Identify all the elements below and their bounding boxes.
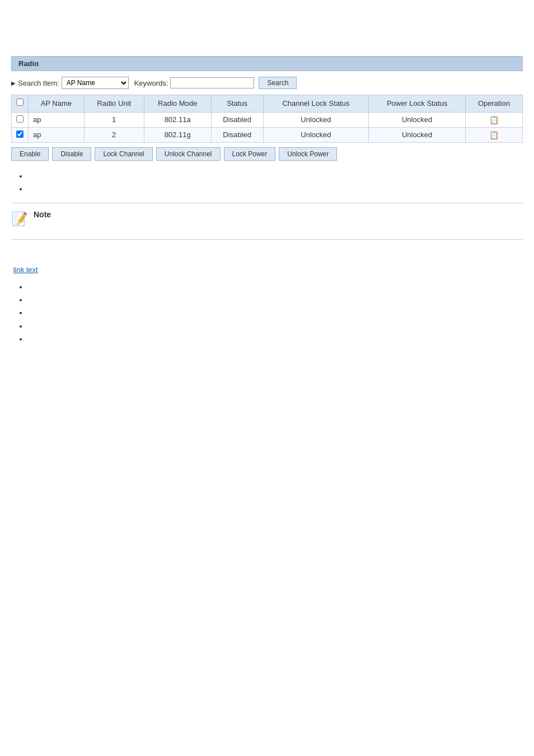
action-buttons-container: Enable Disable Lock Channel Unlock Chann… bbox=[11, 147, 523, 161]
body-link[interactable]: link text bbox=[13, 265, 38, 274]
table-row: ap2802.11gDisabledUnlockedUnlocked📋 bbox=[12, 127, 523, 142]
lock-power-button[interactable]: Lock Power bbox=[224, 147, 276, 161]
section-header: Radio bbox=[11, 56, 523, 71]
list-item bbox=[28, 333, 523, 346]
cell-apname: ap bbox=[29, 112, 85, 127]
section-title: Radio bbox=[18, 59, 39, 68]
search-bar: ▶ Search Item: AP Name Radio Unit Radio … bbox=[11, 77, 523, 89]
col-header-radiomode: Radio Mode bbox=[144, 95, 211, 113]
cell-operation: 📋 bbox=[465, 127, 522, 142]
cell-channel-lock-status: Unlocked bbox=[263, 127, 369, 142]
search-item-select[interactable]: AP Name Radio Unit Radio Mode Status bbox=[62, 77, 129, 89]
cell-operation: 📋 bbox=[465, 112, 522, 127]
list-item bbox=[28, 281, 523, 293]
list-item bbox=[28, 320, 523, 333]
copy-icon[interactable]: 📋 bbox=[489, 130, 499, 139]
enable-button[interactable]: Enable bbox=[11, 147, 49, 161]
col-header-checkbox bbox=[12, 95, 29, 113]
bullet-list-1 bbox=[28, 170, 523, 196]
col-header-radiounit: Radio Unit bbox=[84, 95, 144, 113]
note-text bbox=[34, 221, 51, 233]
divider-2 bbox=[11, 239, 523, 240]
body-text-2: link text bbox=[11, 264, 523, 276]
body-text-1 bbox=[11, 246, 523, 259]
cell-radiomode: 802.11g bbox=[144, 127, 211, 142]
keywords-label: Keywords: bbox=[134, 79, 168, 87]
list-item bbox=[28, 183, 523, 195]
col-header-apname: AP Name bbox=[29, 95, 85, 113]
search-item-label: Search Item: bbox=[18, 79, 59, 87]
page-container: Radio ▶ Search Item: AP Name Radio Unit … bbox=[11, 56, 523, 346]
select-all-checkbox[interactable] bbox=[16, 99, 24, 106]
lock-channel-button[interactable]: Lock Channel bbox=[95, 147, 152, 161]
col-header-channellock: Channel Lock Status bbox=[263, 95, 369, 113]
keywords-input[interactable] bbox=[170, 77, 254, 88]
unlock-channel-button[interactable]: Unlock Channel bbox=[156, 147, 221, 161]
cell-status: Disabled bbox=[211, 112, 263, 127]
cell-power-lock-status: Unlocked bbox=[369, 127, 466, 142]
col-header-status: Status bbox=[211, 95, 263, 113]
cell-status: Disabled bbox=[211, 127, 263, 142]
bullet-list-2 bbox=[28, 281, 523, 346]
table-row: ap1802.11aDisabledUnlockedUnlocked📋 bbox=[12, 112, 523, 127]
list-item bbox=[28, 170, 523, 183]
cell-radiounit: 1 bbox=[84, 112, 144, 127]
copy-icon[interactable]: 📋 bbox=[489, 115, 499, 124]
note-content-block: Note bbox=[34, 210, 51, 233]
cell-channel-lock-status: Unlocked bbox=[263, 112, 369, 127]
col-header-powerlock: Power Lock Status bbox=[369, 95, 466, 113]
list-item bbox=[28, 293, 523, 306]
row-checkbox[interactable] bbox=[16, 115, 24, 123]
note-box: 📝 Note bbox=[11, 210, 523, 233]
col-header-operation: Operation bbox=[465, 95, 522, 113]
radio-table: AP Name Radio Unit Radio Mode Status Cha… bbox=[11, 95, 523, 143]
note-icon: 📝 bbox=[11, 211, 28, 227]
row-checkbox[interactable] bbox=[16, 130, 24, 138]
search-arrow-icon: ▶ bbox=[11, 80, 16, 86]
disable-button[interactable]: Disable bbox=[52, 147, 91, 161]
search-button[interactable]: Search bbox=[259, 77, 297, 89]
divider-1 bbox=[11, 203, 523, 203]
unlock-power-button[interactable]: Unlock Power bbox=[279, 147, 337, 161]
list-item bbox=[28, 306, 523, 319]
cell-radiomode: 802.11a bbox=[144, 112, 211, 127]
cell-power-lock-status: Unlocked bbox=[369, 112, 466, 127]
cell-apname: ap bbox=[29, 127, 85, 142]
note-title: Note bbox=[34, 210, 51, 219]
cell-radiounit: 2 bbox=[84, 127, 144, 142]
